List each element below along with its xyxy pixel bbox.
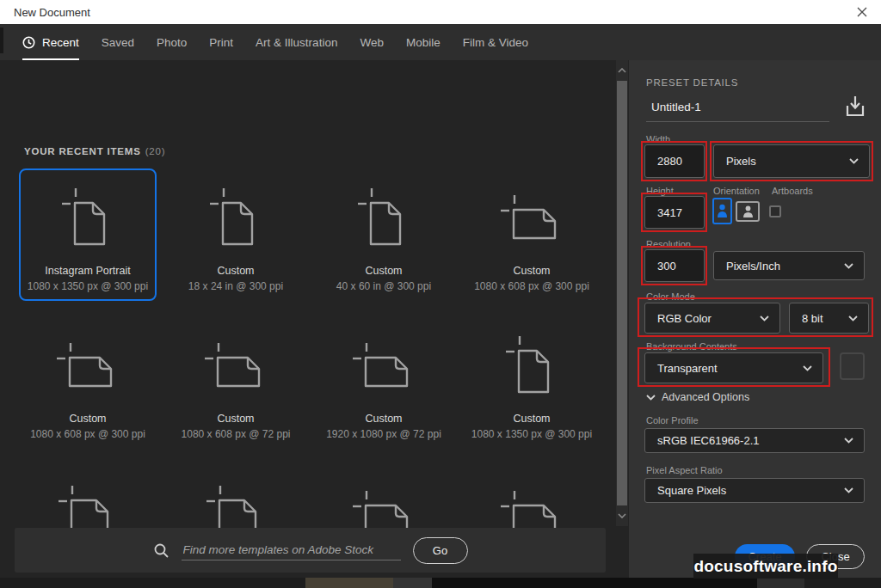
preset-tile-custom[interactable]: Custom1920 x 1080 px @ 72 ppi <box>315 316 453 449</box>
watermark: docusoftware.info <box>693 554 838 579</box>
orientation-landscape-button[interactable] <box>736 201 760 222</box>
preset-tile-instagram-portrait[interactable]: Instagram Portrait1080 x 1350 px @ 300 p… <box>19 168 157 301</box>
document-icon <box>353 323 415 406</box>
scrollbar-thumb[interactable] <box>617 81 627 505</box>
height-input[interactable]: 3417 <box>644 196 705 229</box>
clock-icon <box>22 36 35 49</box>
preset-dimensions: 1080 x 1350 px @ 300 ppi <box>471 428 592 440</box>
preset-tile-custom[interactable]: Custom40 x 60 in @ 300 ppi <box>315 168 453 301</box>
color-mode-dropdown[interactable]: RGB Color <box>644 303 780 334</box>
go-button[interactable]: Go <box>413 537 468 564</box>
preset-tile-custom[interactable]: Custom1080 x 608 px @ 300 ppi <box>463 168 601 301</box>
document-icon <box>57 175 119 258</box>
preset-dimensions: 18 x 24 in @ 300 ppi <box>188 280 283 292</box>
resolution-input[interactable]: 300 <box>644 249 705 282</box>
recent-items-header-text: YOUR RECENT ITEMS <box>24 146 141 156</box>
search-icon <box>153 542 169 559</box>
chevron-down-icon <box>803 365 812 371</box>
width-unit-value: Pixels <box>726 155 849 168</box>
recent-items-header: YOUR RECENT ITEMS(20) <box>24 146 165 156</box>
preset-dimensions: 1080 x 608 px @ 300 ppi <box>30 428 145 440</box>
new-document-dialog: New Document RecentSavedPhotoPrintArt & … <box>0 0 881 588</box>
preset-tile-custom[interactable]: Custom1080 x 608 px @ 72 ppi <box>167 316 305 449</box>
tab-label: Print <box>209 36 233 49</box>
tab-mobile[interactable]: Mobile <box>406 24 440 60</box>
preset-name: Custom <box>365 413 402 425</box>
adobe-stock-search-bar: Go <box>15 528 606 573</box>
background-color-swatch[interactable] <box>840 352 865 380</box>
preset-tile-custom[interactable]: Custom1080 x 1350 px @ 300 ppi <box>463 316 601 449</box>
preset-grid: Instagram Portrait1080 x 1350 px @ 300 p… <box>19 168 601 588</box>
orientation-portrait-button[interactable] <box>712 198 732 224</box>
tab-label: Photo <box>157 36 187 49</box>
background-contents-dropdown[interactable]: Transparent <box>644 352 823 383</box>
pixel-aspect-ratio-dropdown[interactable]: Square Pixels <box>644 478 865 503</box>
tab-label: Mobile <box>406 36 440 49</box>
tab-bar: RecentSavedPhotoPrintArt & IllustrationW… <box>0 24 881 60</box>
chevron-down-icon <box>848 315 858 322</box>
document-name-field[interactable]: Untitled-1 <box>651 101 701 113</box>
tab-print[interactable]: Print <box>209 24 233 60</box>
scroll-down-icon[interactable] <box>616 505 628 526</box>
vertical-scrollbar[interactable] <box>616 60 628 526</box>
preset-details-panel: PRESET DETAILS Untitled-1 Width 2880 Pix… <box>629 60 881 578</box>
bit-depth-value: 8 bit <box>802 312 848 325</box>
pixel-aspect-ratio-value: Square Pixels <box>657 484 844 497</box>
tab-art-illustration[interactable]: Art & Illustration <box>256 24 337 60</box>
tab-recent[interactable]: Recent <box>22 24 79 60</box>
orientation-label: Orientation <box>713 186 760 196</box>
recent-items-area: YOUR RECENT ITEMS(20) Instagram Portrait… <box>0 60 629 578</box>
preset-name: Custom <box>69 413 106 425</box>
preset-dimensions: 1920 x 1080 px @ 72 ppi <box>326 428 441 440</box>
tab-photo[interactable]: Photo <box>157 24 187 60</box>
preset-dimensions: 1080 x 1350 px @ 300 ppi <box>28 280 148 292</box>
chevron-down-icon <box>849 158 859 164</box>
background-contents-value: Transparent <box>657 362 803 375</box>
artboards-label: Artboards <box>772 186 813 196</box>
chevron-down-icon <box>646 395 656 401</box>
artboards-checkbox[interactable] <box>769 205 781 217</box>
bit-depth-dropdown[interactable]: 8 bit <box>789 303 869 334</box>
preset-tile-custom[interactable]: Custom1080 x 608 px @ 300 ppi <box>19 316 157 449</box>
scroll-up-icon[interactable] <box>616 60 628 81</box>
name-divider <box>646 121 829 122</box>
tab-saved[interactable]: Saved <box>102 24 134 60</box>
preset-dimensions: 1080 x 608 px @ 72 ppi <box>182 428 291 440</box>
background-app-thumb <box>305 578 393 588</box>
title-bar: New Document <box>0 0 881 24</box>
window-title: New Document <box>14 6 90 19</box>
resolution-label: Resolution <box>646 239 691 249</box>
preset-tile-custom[interactable]: Custom18 x 24 in @ 300 ppi <box>167 168 305 301</box>
document-icon <box>57 323 119 406</box>
preset-dimensions: 40 x 60 in @ 300 ppi <box>336 280 431 292</box>
background-app-thumb <box>393 578 432 588</box>
chevron-down-icon <box>844 263 853 269</box>
width-unit-dropdown[interactable]: Pixels <box>713 144 870 178</box>
document-icon <box>501 323 563 406</box>
advanced-options-toggle[interactable]: Advanced Options <box>646 391 749 403</box>
close-icon[interactable] <box>850 0 874 24</box>
save-preset-icon[interactable] <box>844 95 866 122</box>
landscape-person-icon <box>742 205 754 218</box>
tab-label: Film & Video <box>463 36 528 49</box>
tab-film-video[interactable]: Film & Video <box>463 24 528 60</box>
tab-label: Recent <box>42 36 79 49</box>
preset-name: Instagram Portrait <box>45 265 130 277</box>
background-app-strip <box>0 578 881 588</box>
document-icon <box>501 175 563 258</box>
tabbar-notch <box>0 28 3 53</box>
preset-name: Custom <box>513 265 550 277</box>
preset-dimensions: 1080 x 608 px @ 300 ppi <box>474 280 589 292</box>
preset-details-header: PRESET DETAILS <box>646 77 738 88</box>
preset-name: Custom <box>365 265 402 277</box>
color-profile-dropdown[interactable]: sRGB IEC61966-2.1 <box>644 428 865 453</box>
document-icon <box>205 323 267 406</box>
tab-label: Art & Illustration <box>256 36 337 49</box>
tab-web[interactable]: Web <box>360 24 384 60</box>
color-profile-label: Color Profile <box>646 415 699 426</box>
chevron-down-icon <box>760 315 769 322</box>
width-input[interactable]: 2880 <box>644 144 705 178</box>
resolution-unit-dropdown[interactable]: Pixels/Inch <box>713 251 865 280</box>
chevron-down-icon <box>844 438 853 444</box>
search-input[interactable] <box>182 540 401 560</box>
